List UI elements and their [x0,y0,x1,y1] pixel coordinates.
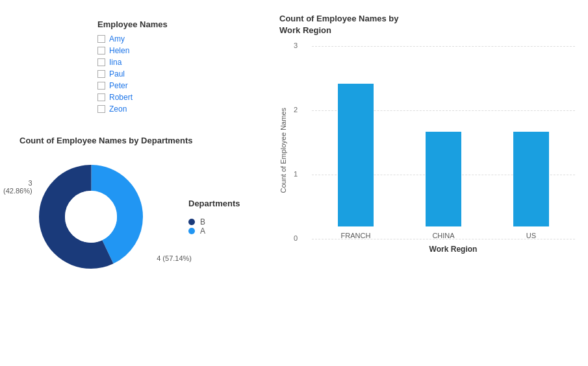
donut-svg [26,152,156,282]
donut-container: 3(42.86%) 4 (57.14%) Departments BA [26,152,266,282]
right-panel: Count of Employee Names byWork Region Co… [273,0,588,366]
y-axis-label: Count of Employee Names [279,108,287,193]
donut-label-bottom: 4 (57.14%) [157,254,192,262]
bars-and-grid: 3 2 1 0 [292,46,575,239]
donut-label-top: 3(42.86%) [3,179,32,195]
dept-dot [188,228,195,234]
legend-checkbox[interactable] [97,35,105,43]
grid-label-2: 2 [294,106,298,114]
bar-chart-inner: 3 2 1 0 [292,46,575,254]
legend-checkbox[interactable] [97,93,105,101]
bar-china [426,132,461,227]
legend-checkbox[interactable] [97,105,105,113]
bar-franch [338,84,374,226]
legend-checkbox[interactable] [97,58,105,66]
legend-items: AmyHelenIinaPaulPeterRobertZeon [97,34,253,114]
legend-checkbox[interactable] [97,47,105,55]
dept-legend-title: Departments [188,199,240,208]
donut-section: Count of Employee Names by Departments [19,136,266,282]
legend-item-label: Peter [109,81,128,90]
dept-item-label: A [200,226,205,236]
bar-group-franch: FRANCH [338,84,374,239]
legend-item[interactable]: Zeon [97,104,253,114]
left-panel: Employee Names AmyHelenIinaPaulPeterRobe… [0,0,273,366]
legend-checkbox[interactable] [97,82,105,90]
donut-hole [65,191,117,243]
dept-legend: Departments BA [188,199,240,236]
dept-legend-item: B [188,217,240,226]
bar-label-china: CHINA [432,232,454,239]
bars-row: FRANCH CHINA US [312,46,575,239]
legend-item[interactable]: Robert [97,93,253,102]
legend-item-label: Iina [109,58,121,67]
dept-dot [188,219,195,225]
dashboard: Employee Names AmyHelenIinaPaulPeterRobe… [0,0,588,366]
x-axis-title: Work Region [331,245,575,254]
bar-label-us: US [526,232,536,239]
legend-item[interactable]: Amy [97,34,253,43]
legend-item[interactable]: Peter [97,81,253,90]
legend-item-label: Zeon [109,104,127,114]
bar-chart-area: Count of Employee Names 3 2 1 [279,46,575,254]
dept-legend-items: BA [188,217,240,236]
donut-chart: 3(42.86%) 4 (57.14%) [26,152,156,282]
legend-item-label: Paul [109,69,125,79]
legend-checkbox[interactable] [97,70,105,78]
donut-chart-title: Count of Employee Names by Departments [19,136,266,145]
legend-item-label: Helen [109,46,129,55]
grid-label-1: 1 [294,170,298,178]
legend-item[interactable]: Helen [97,46,253,55]
legend-item[interactable]: Iina [97,58,253,67]
legend-title: Employee Names [97,19,253,29]
bar-group-us: US [513,132,549,240]
employee-names-legend: Employee Names AmyHelenIinaPaulPeterRobe… [84,13,266,123]
bar-chart-title: Count of Employee Names byWork Region [279,13,575,36]
bar-group-china: CHINA [426,132,461,240]
bar-label-franch: FRANCH [341,232,371,239]
grid-label-3: 3 [294,42,298,49]
legend-item-label: Amy [109,34,125,43]
bar-us [513,132,549,227]
legend-item[interactable]: Paul [97,69,253,79]
legend-item-label: Robert [109,93,133,102]
dept-item-label: B [200,217,205,226]
grid-label-0: 0 [294,234,298,242]
dept-legend-item: A [188,226,240,236]
